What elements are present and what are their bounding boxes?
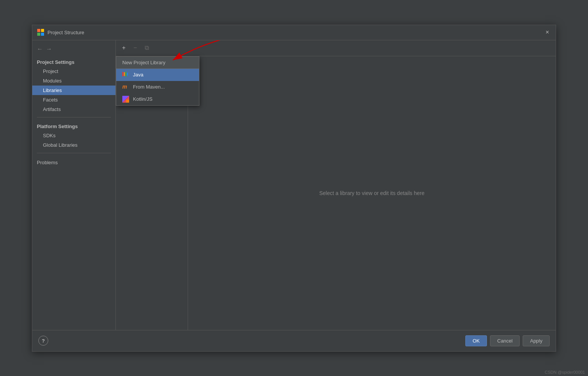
sidebar-item-global-libraries[interactable]: Global Libraries [32, 140, 115, 150]
platform-settings-header: Platform Settings [32, 122, 115, 131]
nav-controls: ← → [32, 43, 115, 56]
sidebar-item-project[interactable]: Project [32, 67, 115, 76]
svg-rect-2 [37, 33, 40, 36]
sidebar-divider [37, 117, 111, 117]
app-icon [37, 29, 44, 36]
svg-rect-3 [41, 33, 44, 36]
cancel-button[interactable]: Cancel [490, 335, 520, 346]
svg-rect-7 [126, 100, 129, 103]
footer-left: ? [38, 336, 462, 346]
forward-button[interactable]: → [46, 46, 52, 52]
dropdown-header: New Project Library [116, 57, 199, 69]
project-settings-header: Project Settings [32, 58, 115, 67]
sidebar-item-modules[interactable]: Modules [32, 76, 115, 86]
sidebar-item-libraries[interactable]: Libraries [32, 86, 115, 95]
library-details: Select a library to view or edit its det… [188, 56, 556, 330]
sidebar-item-problems[interactable]: Problems [32, 158, 115, 167]
dropdown-item-java[interactable]: Java [116, 69, 199, 81]
title-bar: Project Structure × [32, 25, 556, 40]
svg-rect-1 [41, 29, 44, 32]
dialog-title: Project Structure [47, 30, 544, 35]
sidebar-divider-2 [37, 153, 111, 153]
sidebar-item-artifacts[interactable]: Artifacts [32, 105, 115, 114]
copy-button[interactable]: ⧉ [142, 43, 152, 53]
help-button[interactable]: ? [38, 336, 48, 346]
ok-button[interactable]: OK [465, 335, 487, 346]
main-area: + − ⧉ New Project Libr [116, 40, 556, 330]
apply-button[interactable]: Apply [523, 335, 550, 346]
remove-button[interactable]: − [130, 43, 140, 53]
back-button[interactable]: ← [37, 46, 43, 52]
sidebar-item-facets[interactable]: Facets [32, 95, 115, 105]
toolbar: + − ⧉ New Project Libr [116, 40, 556, 56]
new-library-dropdown: New Project Library Java [116, 56, 199, 106]
content-area: ← → Project Settings Project Modules Lib… [32, 40, 556, 330]
svg-rect-0 [37, 29, 40, 32]
java-icon [122, 71, 129, 78]
dropdown-menu: New Project Library Java [116, 56, 199, 106]
dropdown-item-kotlin-js[interactable]: Kotlin/JS [116, 93, 199, 105]
add-button[interactable]: + [119, 43, 129, 53]
sidebar-item-sdks[interactable]: SDKs [32, 131, 115, 140]
close-button[interactable]: × [544, 29, 551, 36]
sidebar: ← → Project Settings Project Modules Lib… [32, 40, 116, 330]
footer: ? OK Cancel Apply CSDN @spider00001 [32, 330, 556, 351]
project-structure-dialog: Project Structure × ← → Project Settings… [32, 25, 556, 352]
kotlin-js-icon [122, 96, 129, 103]
maven-icon: m [122, 84, 129, 90]
watermark: CSDN @spider00001 [545, 370, 585, 374]
details-placeholder: Select a library to view or edit its det… [319, 190, 424, 196]
dropdown-item-maven[interactable]: m From Maven... [116, 81, 199, 93]
